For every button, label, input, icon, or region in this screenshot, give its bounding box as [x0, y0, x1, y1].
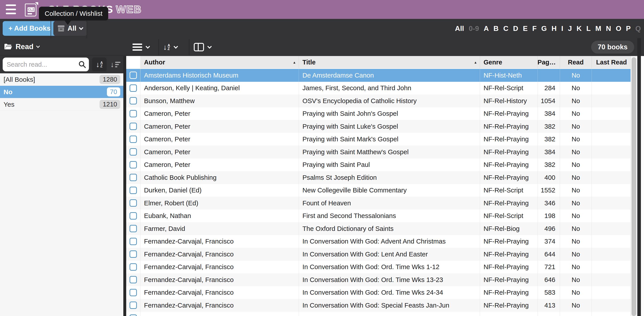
header-pages[interactable]: Pag… [538, 56, 560, 68]
table-row[interactable]: Cameron, Peter Praying with Saint Paul N… [126, 158, 631, 171]
folder-field-dropdown[interactable]: Read [0, 38, 126, 56]
alpha-m[interactable]: M [595, 24, 601, 33]
sidebar-sort-alpha-button[interactable]: ↓AZ [92, 58, 107, 71]
table-row[interactable]: Fernandez-Carvajal, Francisco In Convers… [126, 286, 631, 299]
table-row[interactable]: Cameron, Peter Praying with Saint Mark's… [126, 133, 631, 146]
cell-author: Fernandez-Carvajal, Francisco [140, 261, 299, 274]
cell-read: No [560, 261, 592, 274]
list-toolbar: ↓AZ 70 books [126, 38, 644, 56]
table-row[interactable]: Cameron, Peter Praying with Saint Luke's… [126, 120, 631, 133]
sidebar-item-label: Yes [4, 101, 14, 108]
collection-wishlist-button[interactable]: CLZ [25, 2, 38, 17]
table-row[interactable]: Anderson, Kelly | Keating, Daniel James,… [126, 82, 631, 95]
tooltip-arrow [64, 20, 71, 25]
header-last-read[interactable]: Last Read [592, 56, 631, 68]
row-checkbox[interactable] [130, 84, 137, 92]
row-checkbox[interactable] [130, 238, 137, 245]
row-checkbox[interactable] [130, 314, 137, 316]
table-row[interactable]: Fernandez-Carvajal, Francisco In Convers… [126, 261, 631, 274]
sidebar-item-no[interactable]: No 70 [0, 86, 123, 98]
alpha-n[interactable]: N [606, 24, 611, 33]
table-row[interactable]: Farmer, David The Oxford Dictionary of S… [126, 222, 631, 235]
table-row[interactable]: Cameron, Peter Praying with Saint Matthe… [126, 146, 631, 158]
alpha-b[interactable]: B [494, 24, 499, 33]
cell-read: No [560, 273, 592, 286]
cell-title: First and Second Thessalonians [299, 210, 480, 222]
chevron-down-icon [174, 44, 178, 49]
row-checkbox[interactable] [130, 289, 137, 296]
table-row[interactable]: Amsterdams Historisch Museum De Amsterda… [126, 69, 631, 82]
alpha-f[interactable]: F [532, 24, 537, 33]
alpha-j[interactable]: J [568, 24, 572, 33]
table-row[interactable]: Eubank, Nathan First and Second Thessalo… [126, 210, 631, 222]
alpha-c[interactable]: C [503, 24, 508, 33]
row-checkbox[interactable] [130, 148, 137, 156]
search-input[interactable] [3, 58, 89, 71]
table-row-partial[interactable] [126, 312, 631, 316]
cell-read: No [560, 184, 592, 197]
alpha-l[interactable]: L [586, 24, 591, 33]
alpha-e[interactable]: E [523, 24, 528, 33]
row-checkbox[interactable] [130, 110, 137, 117]
folder-field-label: Read [16, 42, 34, 51]
table-row[interactable]: Fernandez-Carvajal, Francisco In Convers… [126, 273, 631, 286]
alpha-o[interactable]: O [616, 24, 621, 33]
row-checkbox[interactable] [130, 276, 137, 283]
cell-pages: 1552 [538, 184, 560, 197]
cell-author: Amsterdams Historisch Museum [140, 69, 299, 82]
table-row[interactable]: Catholic Book Publishing Psalms St Josep… [126, 171, 631, 184]
add-books-button[interactable]: + Add Books [3, 21, 56, 36]
table-row[interactable]: Fernandez-Carvajal, Francisco In Convers… [126, 235, 631, 248]
alpha-i[interactable]: I [561, 24, 563, 33]
row-checkbox[interactable] [130, 72, 137, 79]
table-row[interactable]: Fernandez-Carvajal, Francisco In Convers… [126, 248, 631, 261]
table-row[interactable]: Bunson, Matthew OSV's Encyclopedia of Ca… [126, 94, 631, 107]
cell-author: Fernandez-Carvajal, Francisco [140, 299, 299, 312]
row-checkbox[interactable] [130, 250, 137, 258]
header-title[interactable]: Title▲ [299, 56, 480, 68]
table-row[interactable]: Elmer, Robert (Ed) Fount of Heaven NF-Re… [126, 197, 631, 210]
cell-last-read [592, 146, 631, 158]
table-row[interactable]: Fernandez-Carvajal, Francisco In Convers… [126, 299, 631, 312]
sidebar-item-all-books[interactable]: [All Books] 1280 [0, 73, 123, 86]
tooltip-collection-wishlist: Collection / Wishlist [39, 7, 108, 20]
header-genre[interactable]: Genre [480, 56, 538, 68]
row-checkbox[interactable] [130, 161, 137, 168]
view-mode-dropdown[interactable] [132, 38, 149, 56]
header-author[interactable]: Author▲ [140, 56, 299, 68]
row-checkbox[interactable] [130, 123, 137, 130]
row-checkbox[interactable] [130, 302, 137, 309]
row-checkbox[interactable] [130, 97, 137, 104]
table-row[interactable]: Durken, Daniel (Ed) New Collegeville Bib… [126, 184, 631, 197]
cell-genre: NF-Rel-Script [480, 184, 538, 197]
cell-read: No [560, 133, 592, 146]
row-checkbox[interactable] [130, 174, 137, 181]
sidebar-item-yes[interactable]: Yes 1210 [0, 98, 123, 111]
sidebar-sort-count-button[interactable]: ↓ [108, 58, 123, 71]
cell-genre: NF-Rel-Script [480, 82, 538, 95]
alpha-d[interactable]: D [513, 24, 518, 33]
alpha-k[interactable]: K [576, 24, 582, 33]
header-read[interactable]: Read [560, 56, 592, 68]
table-row[interactable]: Cameron, Peter Praying with Saint John's… [126, 107, 631, 120]
row-checkbox[interactable] [130, 187, 137, 194]
alpha-g[interactable]: G [541, 24, 547, 33]
alpha-a[interactable]: A [484, 24, 489, 33]
columns-dropdown[interactable] [194, 38, 211, 56]
cell-title: Praying with Saint Mark's Gospel [299, 133, 480, 146]
alpha-p[interactable]: P [626, 24, 631, 33]
alpha-all[interactable]: All [455, 24, 464, 33]
cell-pages: 374 [538, 235, 560, 248]
cell-genre: NF-Rel-Biog [480, 222, 538, 235]
row-checkbox[interactable] [130, 225, 137, 232]
hamburger-menu-icon[interactable] [6, 4, 17, 14]
row-checkbox[interactable] [130, 263, 137, 271]
row-checkbox[interactable] [130, 212, 137, 220]
sort-dropdown[interactable]: ↓AZ [163, 38, 177, 56]
scrollbar-thumb[interactable] [632, 57, 636, 316]
row-checkbox[interactable] [130, 136, 137, 143]
folder-open-icon [4, 43, 12, 50]
alpha-h[interactable]: H [552, 24, 557, 33]
row-checkbox[interactable] [130, 199, 137, 207]
cell-last-read [592, 184, 631, 197]
